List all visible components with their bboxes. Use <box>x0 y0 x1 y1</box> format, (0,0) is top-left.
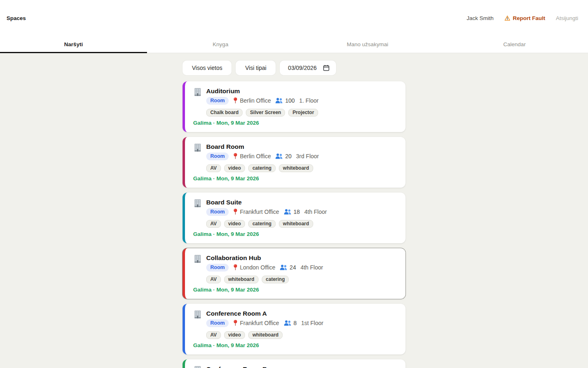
room-type-badge: Room <box>206 319 229 327</box>
room-name: Conference Room B <box>206 365 323 368</box>
capacity-people-icon <box>284 320 292 326</box>
office-building-icon <box>193 88 202 96</box>
location-pin-icon <box>233 97 238 104</box>
room-name: Board Room <box>206 143 319 150</box>
room-meta: Room Frankfurt Office <box>206 319 323 327</box>
floor-label: 4th Floor <box>301 264 323 271</box>
filter-bar: Visos vietos Visi tipai 03/09/2026 <box>183 61 405 75</box>
capacity-value: 100 <box>285 97 294 104</box>
office-building-icon <box>193 366 202 368</box>
tab-my-bookings[interactable]: Mano užsakymai <box>294 36 441 53</box>
amenity-tag: AV <box>206 220 221 228</box>
room-card[interactable]: Board Room Room Berlin Office <box>183 137 405 188</box>
amenity-tag: Chalk board <box>206 109 243 117</box>
office-location: Berlin Office <box>233 153 271 159</box>
room-card-body: Conference Room A Room Frankfurt Office <box>206 310 323 327</box>
amenity-tag: whiteboard <box>224 276 258 283</box>
capacity: 24 <box>280 264 296 271</box>
capacity: 8 <box>284 320 297 326</box>
logout-link[interactable]: Atsijungti <box>556 15 578 21</box>
capacity-value: 8 <box>294 320 297 326</box>
room-meta: Room London Office <box>206 263 323 272</box>
office-building-icon <box>193 310 202 319</box>
room-type-badge: Room <box>206 153 229 160</box>
office-name: Berlin Office <box>240 153 271 159</box>
availability-text: Galima · Mon, 9 Mar 2026 <box>193 119 397 126</box>
location-pin-icon <box>233 320 238 326</box>
office-location: London Office <box>233 264 275 271</box>
capacity-people-icon <box>275 98 283 103</box>
warning-triangle-icon <box>504 15 510 21</box>
room-card-header: Conference Room A Room Frankfurt Office <box>193 310 397 327</box>
amenity-tags: AVvideocateringwhiteboard <box>206 220 397 228</box>
header-actions: Jack Smith Report Fault Atsijungti <box>467 15 578 21</box>
office-location: Frankfurt Office <box>233 209 279 215</box>
location-filter-select[interactable]: Visos vietos <box>183 61 232 75</box>
room-card[interactable]: Auditorium Room Berlin Office <box>183 81 405 132</box>
type-filter-select[interactable]: Visi tipai <box>236 61 276 75</box>
room-card-body: Board Room Room Berlin Office <box>206 143 319 160</box>
amenity-tags: AVwhiteboardcatering <box>206 276 397 283</box>
tab-browse[interactable]: Naršyti <box>0 36 147 53</box>
room-card-header: Auditorium Room Berlin Office <box>193 87 397 105</box>
room-card-header: Collaboration Hub Room London Office <box>193 254 397 272</box>
capacity-people-icon <box>284 209 292 215</box>
room-card[interactable]: Conference Room A Room Frankfurt Office <box>183 304 405 355</box>
amenity-tag: whiteboard <box>248 331 283 339</box>
office-building-icon <box>193 199 202 208</box>
room-card-body: Board Suite Room Frankfurt Office <box>206 198 327 216</box>
capacity-people-icon <box>275 153 283 159</box>
amenity-tags: Chalk boardSilver ScreenProjector <box>206 109 397 117</box>
room-card[interactable]: Conference Room B Room Frankfurt Office <box>183 359 405 368</box>
amenity-tag: Projector <box>288 109 318 117</box>
room-type-badge: Room <box>206 208 229 216</box>
office-location: Berlin Office <box>233 97 271 104</box>
app-title: Spaces <box>7 15 26 21</box>
tab-calendar[interactable]: Calendar <box>441 36 588 53</box>
room-card-header: Board Room Room Berlin Office <box>193 143 397 160</box>
capacity: 18 <box>284 209 300 215</box>
date-value: 03/09/2026 <box>288 65 316 71</box>
office-name: Frankfurt Office <box>240 320 279 326</box>
amenity-tag: video <box>224 331 245 339</box>
tab-book[interactable]: Knyga <box>147 36 294 53</box>
room-card-body: Collaboration Hub Room London Office <box>206 254 323 272</box>
room-list: Auditorium Room Berlin Office <box>183 81 405 368</box>
floor-label: 4th Floor <box>304 209 327 215</box>
floor-label: 1. Floor <box>299 97 318 104</box>
amenity-tag: video <box>224 220 245 228</box>
room-card[interactable]: Board Suite Room Frankfurt Office <box>183 193 405 243</box>
capacity-value: 20 <box>285 153 292 159</box>
room-card-header: Conference Room B Room Frankfurt Office <box>193 365 397 368</box>
room-meta: Room Berlin Office <box>206 96 318 105</box>
amenity-tag: catering <box>248 220 276 228</box>
office-location: Frankfurt Office <box>233 320 279 326</box>
office-building-icon <box>193 254 202 263</box>
room-card[interactable]: Collaboration Hub Room London Office <box>183 248 405 299</box>
room-meta: Room Frankfurt Office <box>206 208 327 216</box>
office-name: London Office <box>240 264 275 271</box>
app-header: Spaces Jack Smith Report Fault Atsijungt… <box>0 0 588 36</box>
room-type-badge: Room <box>206 264 229 272</box>
report-fault-button[interactable]: Report Fault <box>504 15 546 21</box>
room-name: Collaboration Hub <box>206 254 323 262</box>
room-meta: Room Berlin Office <box>206 152 319 160</box>
room-card-body: Conference Room B Room Frankfurt Office <box>206 365 323 368</box>
office-name: Frankfurt Office <box>240 209 279 215</box>
availability-text: Galima · Mon, 9 Mar 2026 <box>193 342 397 349</box>
amenity-tags: AVvideocateringwhiteboard <box>206 164 397 172</box>
location-pin-icon <box>233 209 238 215</box>
amenity-tag: AV <box>206 276 221 283</box>
amenity-tag: catering <box>248 164 276 172</box>
availability-text: Galima · Mon, 9 Mar 2026 <box>193 175 397 182</box>
capacity-value: 24 <box>290 264 296 271</box>
date-filter-input[interactable]: 03/09/2026 <box>280 61 336 75</box>
amenity-tag: catering <box>262 276 289 283</box>
capacity: 20 <box>275 153 292 159</box>
main-content: Visos vietos Visi tipai 03/09/2026 <box>183 61 405 368</box>
tab-bar: Naršyti Knyga Mano užsakymai Calendar <box>0 36 588 53</box>
calendar-icon <box>323 65 330 71</box>
room-name: Conference Room A <box>206 310 323 317</box>
location-pin-icon <box>233 264 238 271</box>
room-name: Board Suite <box>206 198 327 206</box>
